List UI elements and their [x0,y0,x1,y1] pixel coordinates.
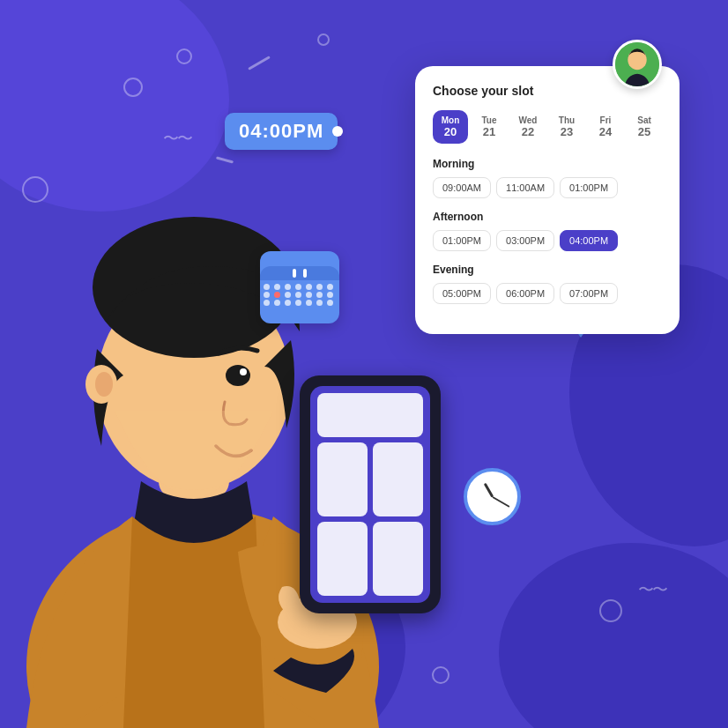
svg-point-6 [226,365,250,386]
day-thu[interactable]: Thu 23 [549,110,584,144]
slot-600pm[interactable]: 06:00PM [496,283,554,304]
phone-widget-right [373,442,423,516]
time-tag-label: 04:00PM [239,120,323,142]
phone-in-hand [300,375,458,622]
slot-400pm[interactable]: 04:00PM [560,230,618,251]
phone-widget-bottom-right [373,522,423,596]
day-fri[interactable]: Fri 24 [588,110,623,144]
day-sat[interactable]: Sat 25 [627,110,662,144]
slot-700pm[interactable]: 07:00PM [560,283,618,304]
svg-point-7 [240,368,247,375]
svg-point-5 [95,372,113,397]
avatar [613,40,662,89]
slot-1100am[interactable]: 11:00AM [496,177,554,198]
calendar-icon [260,251,339,323]
day-selector[interactable]: Mon 20 Tue 21 Wed 22 Thu 23 Fri 24 Sat 2… [433,110,662,144]
deco-circle-5 [599,599,622,622]
afternoon-slots: 01:00PM 03:00PM 04:00PM [433,230,662,251]
slot-300pm[interactable]: 03:00PM [496,230,554,251]
afternoon-label: Afternoon [433,211,662,223]
clock-icon [464,468,521,525]
day-wed[interactable]: Wed 22 [510,110,546,144]
phone-widget-top [317,393,423,437]
wavy-line-2: 〜〜 [638,579,666,600]
bg-blob-bottom-right [499,543,728,728]
deco-circle-1 [176,48,192,64]
phone-widget-left [317,442,368,516]
phone-widget-bottom-left [317,522,368,596]
evening-slots: 05:00PM 06:00PM 07:00PM [433,283,662,304]
schedule-card: Choose your slot Mon 20 Tue 21 Wed 22 Th… [415,66,680,334]
deco-circle-6 [432,666,449,684]
slot-500pm[interactable]: 05:00PM [433,283,491,304]
background: 〜〜 〜〜 04:00PM [0,0,728,728]
day-mon[interactable]: Mon 20 [433,110,468,144]
deco-circle-2 [317,33,330,46]
morning-label: Morning [433,158,662,170]
time-tag-floating: 04:00PM [225,113,338,150]
morning-slots: 09:00AM 11:00AM 01:00PM [433,177,662,198]
slot-900am[interactable]: 09:00AM [433,177,491,198]
day-tue[interactable]: Tue 21 [472,110,507,144]
dash-line-1 [248,56,271,71]
slot-100pm[interactable]: 01:00PM [433,230,491,251]
evening-label: Evening [433,264,662,276]
slot-100pm-morning[interactable]: 01:00PM [560,177,618,198]
